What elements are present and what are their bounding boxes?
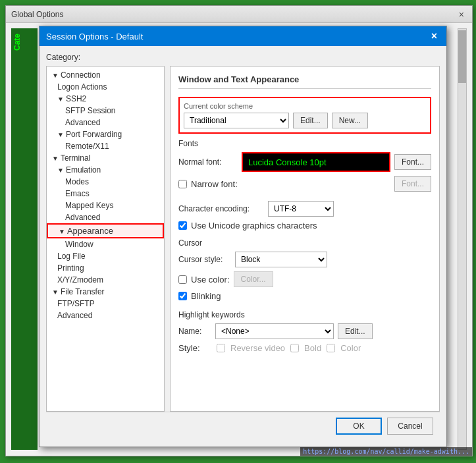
dialog-footer: OK Cancel xyxy=(46,412,440,440)
tree-item-connection[interactable]: ▼Connection xyxy=(47,69,164,81)
ok-button[interactable]: OK xyxy=(336,418,382,435)
narrow-font-label: Narrow font: xyxy=(191,179,238,189)
cursor-style-select[interactable]: Block xyxy=(235,252,327,267)
global-sidebar: Cate xyxy=(11,28,38,450)
cancel-button[interactable]: Cancel xyxy=(387,418,433,435)
cursor-style-label: Cursor style: xyxy=(178,255,231,264)
normal-font-button[interactable]: Font... xyxy=(394,154,431,170)
unicode-row: Use Unicode graphics characters xyxy=(178,221,431,231)
tree-item-modes[interactable]: Modes xyxy=(47,176,164,188)
encoding-label: Character encoding: xyxy=(178,204,264,213)
tree-item-sftp-session[interactable]: SFTP Session xyxy=(47,105,164,117)
tree-item-remote-x11[interactable]: Remote/X11 xyxy=(47,140,164,152)
arrow-connection: ▼ xyxy=(52,72,59,79)
global-title-text: Global Options xyxy=(11,10,63,19)
normal-font-row: Normal font: Lucida Console 10pt Font... xyxy=(178,152,431,172)
tree-item-window[interactable]: Window xyxy=(47,238,164,250)
color-scheme-new-button[interactable]: New... xyxy=(332,113,368,128)
arrow-appearance: ▼ xyxy=(59,228,65,235)
session-title-text: Session Options - Default xyxy=(46,32,143,41)
use-color-row: Use color: Color... xyxy=(178,271,431,287)
reverse-video-label: Reverse video xyxy=(230,343,285,353)
cursor-section-label: Cursor xyxy=(178,238,431,248)
session-title-bar: Session Options - Default × xyxy=(40,26,446,46)
unicode-checkbox[interactable] xyxy=(178,221,187,230)
global-options-window: Global Options × Cate Session Options - … xyxy=(5,5,473,456)
tree-item-log-file[interactable]: Log File xyxy=(47,250,164,262)
narrow-font-button[interactable]: Font... xyxy=(394,176,431,192)
dialog-body: Category: ▼Connection Logon Actions ▼SSH… xyxy=(40,46,446,447)
tree-item-emacs[interactable]: Emacs xyxy=(47,188,164,200)
narrow-font-checkbox[interactable] xyxy=(178,180,187,188)
color-scheme-select[interactable]: Traditional xyxy=(184,113,289,128)
fonts-section: Fonts Normal font: Lucida Console 10pt F… xyxy=(178,139,431,192)
cursor-style-row: Cursor style: Block xyxy=(178,252,431,267)
narrow-font-row: Narrow font: Font... xyxy=(178,176,431,192)
section-title: Window and Text Appearance xyxy=(178,74,431,89)
use-color-label: Use color: xyxy=(191,275,230,285)
category-label: Category: xyxy=(46,53,440,62)
tree-item-mapped-keys[interactable]: Mapped Keys xyxy=(47,200,164,211)
tree-item-xy-zmodem[interactable]: X/Y/Zmodem xyxy=(47,274,164,286)
highlight-style-row: Style: Reverse video Bold Color xyxy=(178,343,431,353)
color-checkbox[interactable] xyxy=(327,344,335,352)
global-close-button[interactable]: × xyxy=(456,9,467,20)
tree-item-file-transfer[interactable]: ▼File Transfer xyxy=(47,286,164,298)
category-tree: ▼Connection Logon Actions ▼SSH2 SFTP Ses… xyxy=(46,66,165,412)
color-scheme-section: Current color scheme Traditional Edit...… xyxy=(178,97,431,134)
highlight-name-select[interactable]: <None> xyxy=(215,323,334,339)
global-scrollbar[interactable] xyxy=(458,28,467,450)
color-scheme-row: Traditional Edit... New... xyxy=(184,113,426,128)
url-bar: https://blog.com/nav/callid/make-adwith.… xyxy=(300,447,472,456)
arrow-terminal: ▼ xyxy=(52,155,59,162)
right-panel: Window and Text Appearance Current color… xyxy=(170,66,440,412)
tree-item-port-forwarding[interactable]: ▼Port Forwarding xyxy=(47,128,164,140)
tree-item-advanced-ssh[interactable]: Advanced xyxy=(47,117,164,128)
color-scheme-label: Current color scheme xyxy=(184,102,426,110)
tree-item-ftp-sftp[interactable]: FTP/SFTP xyxy=(47,298,164,310)
scrollbar-thumb xyxy=(458,30,466,83)
sidebar-cate-text: Cate xyxy=(13,34,22,51)
normal-font-value: Lucida Console 10pt xyxy=(248,157,327,167)
reverse-video-checkbox[interactable] xyxy=(217,344,225,352)
tree-item-ssh2[interactable]: ▼SSH2 xyxy=(47,93,164,105)
blinking-label: Blinking xyxy=(191,291,221,301)
arrow-file-transfer: ▼ xyxy=(52,288,59,296)
global-title-bar: Global Options × xyxy=(6,6,472,23)
highlight-edit-button[interactable]: Edit... xyxy=(338,323,373,339)
blinking-row: Blinking xyxy=(178,291,431,301)
use-color-checkbox[interactable] xyxy=(178,275,187,284)
color-scheme-edit-button[interactable]: Edit... xyxy=(293,113,328,128)
tree-item-advanced-ft[interactable]: Advanced xyxy=(47,310,164,321)
unicode-label: Use Unicode graphics characters xyxy=(191,221,317,231)
highlight-section-label: Highlight keywords xyxy=(178,310,431,319)
cursor-section: Cursor Cursor style: Block Use color: Co… xyxy=(178,238,431,301)
tree-item-advanced-terminal[interactable]: Advanced xyxy=(47,211,164,223)
blinking-checkbox[interactable] xyxy=(178,292,187,300)
appearance-label: Appearance xyxy=(67,226,113,236)
tree-item-terminal[interactable]: ▼Terminal xyxy=(47,152,164,164)
session-options-dialog: Session Options - Default × Category: ▼C… xyxy=(39,26,447,447)
tree-item-emulation[interactable]: ▼Emulation xyxy=(47,164,164,176)
dialog-content: ▼Connection Logon Actions ▼SSH2 SFTP Ses… xyxy=(46,66,440,412)
color-button[interactable]: Color... xyxy=(234,271,273,287)
tree-item-printing[interactable]: Printing xyxy=(47,262,164,274)
highlight-section: Highlight keywords Name: <None> Edit... … xyxy=(178,310,431,353)
fonts-label: Fonts xyxy=(178,139,431,148)
bold-checkbox[interactable] xyxy=(290,344,299,352)
bold-label: Bold xyxy=(304,343,321,353)
arrow-emulation: ▼ xyxy=(57,167,64,174)
color-label: Color xyxy=(340,343,361,353)
normal-font-label: Normal font: xyxy=(178,157,238,167)
tree-item-logon-actions[interactable]: Logon Actions xyxy=(47,81,164,93)
normal-font-display: Lucida Console 10pt xyxy=(242,152,390,172)
highlight-style-label: Style: xyxy=(178,343,211,353)
encoding-row: Character encoding: UTF-8 xyxy=(178,201,431,217)
highlight-name-label: Name: xyxy=(178,327,211,336)
arrow-port-forwarding: ▼ xyxy=(57,131,64,138)
tree-item-appearance[interactable]: ▼Appearance xyxy=(47,223,164,238)
arrow-ssh2: ▼ xyxy=(57,95,64,103)
encoding-select[interactable]: UTF-8 xyxy=(268,201,334,217)
session-close-button[interactable]: × xyxy=(429,30,440,42)
highlight-name-row: Name: <None> Edit... xyxy=(178,323,431,339)
